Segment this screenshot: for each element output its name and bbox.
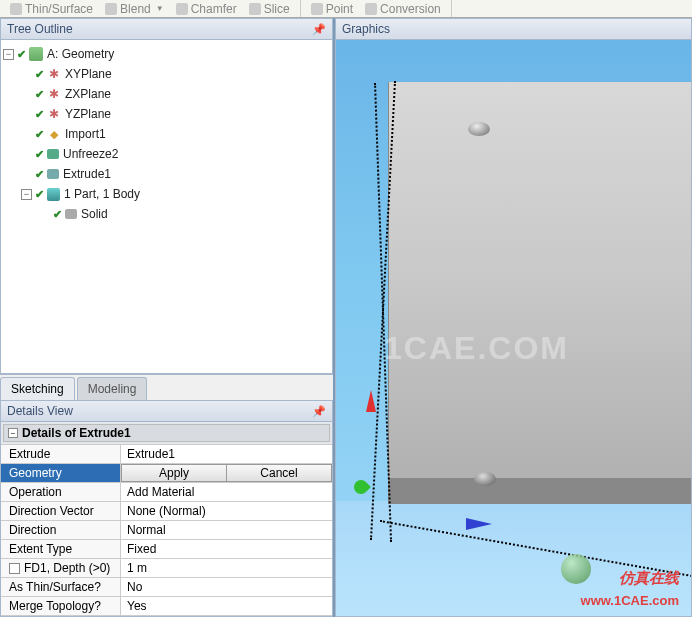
slice-icon — [249, 3, 261, 15]
blend-icon — [105, 3, 117, 15]
details-row-direction[interactable]: Direction Normal — [1, 521, 332, 540]
collapse-icon[interactable]: − — [8, 428, 18, 438]
plane-icon: ✱ — [47, 67, 61, 81]
hole-feature[interactable] — [468, 122, 490, 136]
collapse-icon[interactable]: − — [21, 189, 32, 200]
pin-icon[interactable]: 📌 — [312, 405, 326, 418]
check-icon: ✔ — [35, 148, 44, 161]
tree-node-import1[interactable]: ✔◆Import1 — [3, 124, 330, 144]
check-icon: ✔ — [53, 208, 62, 221]
plane-icon: ✱ — [47, 107, 61, 121]
details-row-extent-type[interactable]: Extent Type Fixed — [1, 540, 332, 559]
cancel-button[interactable]: Cancel — [227, 464, 332, 482]
apply-button[interactable]: Apply — [121, 464, 227, 482]
chamfer-button[interactable]: Chamfer — [170, 2, 243, 16]
details-row-thin[interactable]: As Thin/Surface? No — [1, 578, 332, 597]
model-body[interactable] — [388, 82, 692, 486]
details-row-depth[interactable]: FD1, Depth (>0) 1 m — [1, 559, 332, 578]
slice-button[interactable]: Slice — [243, 2, 296, 16]
part-icon — [47, 188, 60, 201]
check-icon: ✔ — [35, 68, 44, 81]
thin-surface-button[interactable]: Thin/Surface — [4, 2, 99, 16]
geometry-icon — [29, 47, 43, 61]
tree-node-parts[interactable]: −✔1 Part, 1 Body — [3, 184, 330, 204]
details-row-merge[interactable]: Merge Topology? Yes — [1, 597, 332, 616]
toolbar: Thin/Surface Blend▼ Chamfer Slice Point … — [0, 0, 692, 18]
chamfer-icon — [176, 3, 188, 15]
point-icon — [311, 3, 323, 15]
check-icon: ✔ — [17, 48, 26, 61]
triad-axis-y[interactable] — [351, 477, 371, 497]
tree-node-root[interactable]: − ✔ A: Geometry — [3, 44, 330, 64]
tree-node-solid[interactable]: ✔Solid — [3, 204, 330, 224]
model-base[interactable] — [388, 478, 692, 504]
graphics-header: Graphics — [335, 18, 692, 40]
tree-tabs: Sketching Modeling — [0, 374, 333, 400]
check-icon: ✔ — [35, 128, 44, 141]
triad-axis-z[interactable] — [366, 390, 376, 412]
import-icon: ◆ — [47, 127, 61, 141]
details-view-header: Details View 📌 — [0, 400, 333, 422]
details-title[interactable]: − Details of Extrude1 — [1, 422, 332, 445]
details-row-direction-vector[interactable]: Direction Vector None (Normal) — [1, 502, 332, 521]
point-button[interactable]: Point — [305, 2, 359, 16]
details-row-geometry[interactable]: Geometry Apply Cancel — [1, 464, 332, 483]
hole-feature[interactable] — [474, 472, 496, 486]
tree-node-zxplane[interactable]: ✔✱ZXPlane — [3, 84, 330, 104]
triad-axis-x[interactable] — [466, 518, 492, 530]
tree-node-yzplane[interactable]: ✔✱YZPlane — [3, 104, 330, 124]
solid-icon — [65, 209, 77, 219]
conversion-icon — [365, 3, 377, 15]
depth-checkbox[interactable] — [9, 563, 20, 574]
blend-button[interactable]: Blend▼ — [99, 2, 170, 16]
extrude-icon — [47, 169, 59, 179]
tree-outline[interactable]: − ✔ A: Geometry ✔✱XYPlane ✔✱ZXPlane ✔✱YZ… — [0, 40, 333, 374]
check-icon: ✔ — [35, 108, 44, 121]
tab-sketching[interactable]: Sketching — [0, 377, 75, 400]
check-icon: ✔ — [35, 188, 44, 201]
collapse-icon[interactable]: − — [3, 49, 14, 60]
thin-surface-icon — [10, 3, 22, 15]
tree-node-unfreeze2[interactable]: ✔Unfreeze2 — [3, 144, 330, 164]
chevron-down-icon: ▼ — [156, 4, 164, 13]
details-row-operation[interactable]: Operation Add Material — [1, 483, 332, 502]
graphics-viewport[interactable]: 1CAE.COM 仿真在线 www.1CAE.com — [335, 40, 692, 617]
unfreeze-icon — [47, 149, 59, 159]
details-row-extrude[interactable]: Extrude Extrude1 — [1, 445, 332, 464]
tree-node-extrude1[interactable]: ✔Extrude1 — [3, 164, 330, 184]
tree-outline-header: Tree Outline 📌 — [0, 18, 333, 40]
tree-node-xyplane[interactable]: ✔✱XYPlane — [3, 64, 330, 84]
check-icon: ✔ — [35, 168, 44, 181]
details-grid: − Details of Extrude1 Extrude Extrude1 G… — [0, 422, 333, 617]
check-icon: ✔ — [35, 88, 44, 101]
pin-icon[interactable]: 📌 — [312, 23, 326, 36]
chat-bubble-icon — [561, 554, 591, 584]
plane-icon: ✱ — [47, 87, 61, 101]
tab-modeling[interactable]: Modeling — [77, 377, 148, 400]
conversion-button[interactable]: Conversion — [359, 2, 447, 16]
